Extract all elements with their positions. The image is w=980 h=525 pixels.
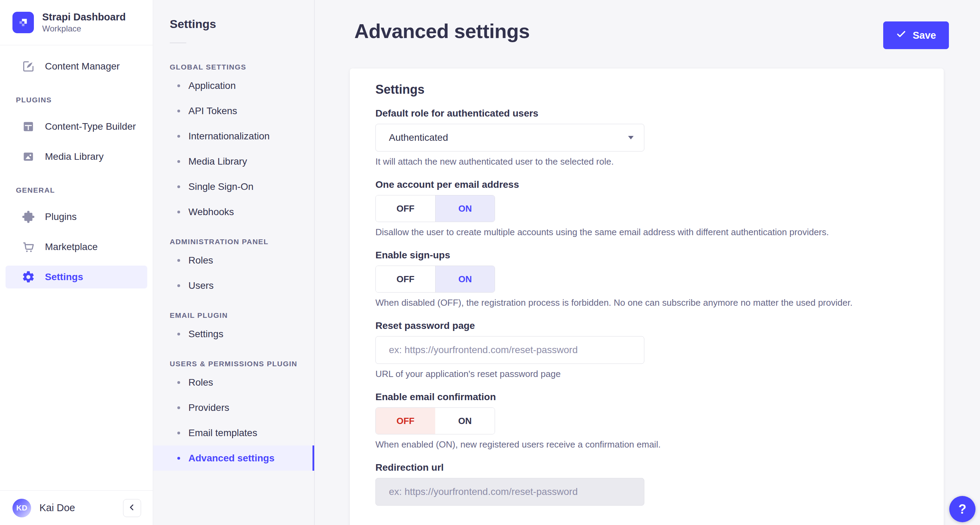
subnav-item-advanced-settings[interactable]: Advanced settings	[153, 445, 314, 471]
toggle-off-option[interactable]: OFF	[376, 408, 435, 434]
field-hint: When enabled (ON), new registered users …	[375, 439, 918, 450]
page-title: Advanced settings	[354, 19, 949, 43]
subnav-item-email-settings[interactable]: Settings	[153, 321, 314, 346]
brand-title: Strapi Dashboard	[42, 11, 126, 23]
layout-icon	[21, 120, 35, 134]
toggle-off-option[interactable]: OFF	[376, 266, 435, 292]
subnav-item-up-roles[interactable]: Roles	[153, 370, 314, 395]
strapi-logo-icon	[13, 12, 34, 33]
subnav-item-single-sign-on[interactable]: Single Sign-On	[153, 174, 314, 199]
sidebar-item-content-type-builder[interactable]: Content-Type Builder	[6, 115, 147, 138]
subnav-section-users-permissions-plugin: USERS & PERMISSIONS PLUGIN	[153, 359, 314, 368]
field-hint: It will attach the new authenticated use…	[375, 156, 918, 168]
subnav-section-email-plugin: EMAIL PLUGIN	[153, 311, 314, 320]
subnav-item-media-library[interactable]: Media Library	[153, 149, 314, 174]
subnav-section-administration-panel: ADMINISTRATION PANEL	[153, 237, 314, 246]
reset-password-input[interactable]	[375, 336, 644, 364]
subnav-item-internationalization[interactable]: Internationalization	[153, 123, 314, 149]
help-button[interactable]: ?	[949, 496, 975, 522]
subnav-item-admin-roles[interactable]: Roles	[153, 247, 314, 273]
toggle-on-option[interactable]: ON	[435, 408, 495, 434]
app-root: Strapi Dashboard Workplace Content Manag…	[0, 0, 980, 525]
field-hint: When disabled (OFF), the registration pr…	[375, 297, 918, 308]
sidebar-item-marketplace[interactable]: Marketplace	[6, 236, 147, 259]
main-nav: Content Manager PLUGINS Content-Type Bui…	[0, 45, 153, 490]
sidebar-item-label: Content Manager	[45, 61, 119, 72]
redirection-url-input	[375, 478, 644, 506]
email-confirmation-toggle[interactable]: OFF ON	[375, 407, 495, 434]
chevron-down-icon	[628, 136, 634, 139]
subnav-item-application[interactable]: Application	[153, 73, 314, 98]
field-label: Enable email confirmation	[375, 391, 918, 403]
subnav-item-admin-users[interactable]: Users	[153, 273, 314, 298]
settings-subnav: Settings GLOBAL SETTINGS Application API…	[153, 0, 315, 525]
sidebar-item-label: Marketplace	[45, 241, 98, 252]
subnav-section-global-settings: GLOBAL SETTINGS	[153, 62, 314, 72]
field-default-role: Default role for authenticated users Aut…	[375, 108, 918, 168]
sidebar-footer: KD Kai Doe	[0, 490, 153, 525]
subnav-item-providers[interactable]: Providers	[153, 395, 314, 420]
subnav-item-api-tokens[interactable]: API Tokens	[153, 98, 314, 123]
user-name: Kai Doe	[40, 502, 75, 514]
page-header: Advanced settings Save	[315, 0, 980, 69]
sidebar-section-general: GENERAL	[0, 186, 153, 195]
enable-signups-toggle[interactable]: OFF ON	[375, 266, 495, 293]
sidebar-item-label: Plugins	[45, 211, 77, 222]
brand-text: Strapi Dashboard Workplace	[42, 11, 126, 34]
puzzle-icon	[21, 210, 35, 224]
settings-nav-title: Settings	[153, 17, 314, 31]
toggle-on-option[interactable]: ON	[435, 195, 495, 222]
sidebar-item-media-library[interactable]: Media Library	[6, 145, 147, 168]
avatar[interactable]: KD	[13, 499, 31, 517]
one-account-toggle[interactable]: OFF ON	[375, 195, 495, 222]
sidebar-item-label: Content-Type Builder	[45, 121, 136, 132]
field-redirection-url: Redirection url	[375, 462, 918, 506]
save-button[interactable]: Save	[883, 21, 949, 49]
field-one-account: One account per email address OFF ON Dis…	[375, 179, 918, 238]
check-icon	[896, 29, 906, 42]
collapse-sidebar-button[interactable]	[123, 499, 141, 517]
default-role-select[interactable]: Authenticated	[375, 124, 644, 152]
field-enable-signups: Enable sign-ups OFF ON When disabled (OF…	[375, 250, 918, 308]
card-title: Settings	[375, 82, 918, 97]
field-reset-password: Reset password page URL of your applicat…	[375, 320, 918, 380]
field-label: Enable sign-ups	[375, 250, 918, 262]
field-email-confirmation: Enable email confirmation OFF ON When en…	[375, 391, 918, 450]
cart-icon	[21, 240, 35, 254]
gear-icon	[21, 270, 35, 284]
field-label: One account per email address	[375, 179, 918, 191]
divider	[170, 43, 186, 43]
field-label: Redirection url	[375, 462, 918, 474]
field-hint: URL of your application's reset password…	[375, 369, 918, 380]
toggle-off-option[interactable]: OFF	[376, 195, 435, 222]
select-value: Authenticated	[389, 132, 448, 143]
sidebar-item-label: Media Library	[45, 151, 104, 162]
brand-subtitle: Workplace	[42, 23, 126, 34]
subnav-item-email-templates[interactable]: Email templates	[153, 420, 314, 445]
content-manager-icon	[21, 59, 35, 73]
sidebar-item-content-manager[interactable]: Content Manager	[6, 55, 147, 78]
main-sidebar: Strapi Dashboard Workplace Content Manag…	[0, 0, 153, 525]
image-icon	[21, 150, 35, 164]
field-hint: Disallow the user to create multiple acc…	[375, 227, 918, 238]
save-button-label: Save	[913, 30, 936, 41]
field-label: Reset password page	[375, 320, 918, 332]
sidebar-item-label: Settings	[45, 271, 83, 282]
sidebar-item-settings[interactable]: Settings	[6, 266, 147, 289]
workspace-brand[interactable]: Strapi Dashboard Workplace	[0, 0, 153, 45]
main-content: Advanced settings Save Settings Default …	[315, 0, 980, 525]
toggle-on-option[interactable]: ON	[435, 266, 495, 292]
sidebar-item-plugins[interactable]: Plugins	[6, 206, 147, 228]
subnav-item-webhooks[interactable]: Webhooks	[153, 199, 314, 225]
field-label: Default role for authenticated users	[375, 108, 918, 120]
settings-card: Settings Default role for authenticated …	[350, 69, 944, 525]
chevron-left-icon	[127, 503, 137, 513]
sidebar-section-plugins: PLUGINS	[0, 96, 153, 104]
